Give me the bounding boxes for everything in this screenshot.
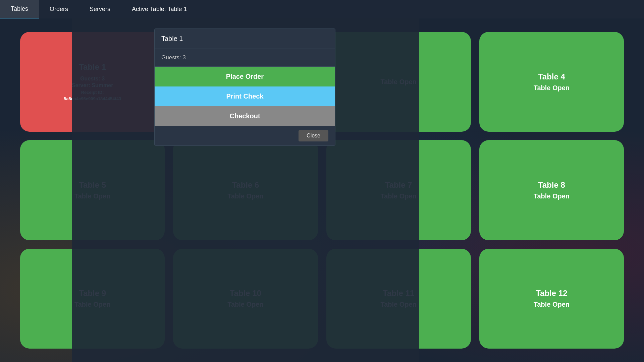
modal-title: Table 1	[155, 29, 335, 49]
table-12-name: Table 12	[536, 289, 567, 298]
place-order-button[interactable]: Place Order	[155, 67, 335, 86]
table-4-status: Table Open	[534, 84, 570, 92]
table-8-status: Table Open	[534, 192, 570, 200]
nav-tab-tables[interactable]: Tables	[0, 0, 39, 18]
table-card-12[interactable]: Table 12 Table Open	[479, 249, 624, 349]
print-check-button[interactable]: Print Check	[155, 86, 335, 106]
table-12-status: Table Open	[534, 301, 570, 308]
table-card-8[interactable]: Table 8 Table Open	[479, 140, 624, 240]
nav-tab-orders[interactable]: Orders	[39, 0, 79, 18]
table-card-4[interactable]: Table 4 Table Open	[479, 32, 624, 132]
modal-guests: Guests: 3	[155, 49, 335, 67]
table-8-name: Table 8	[538, 180, 565, 190]
navbar: Tables Orders Servers Active Table: Tabl…	[0, 0, 644, 18]
table-modal: Table 1 Guests: 3 Place Order Print Chec…	[154, 28, 335, 146]
modal-close-row: Close	[155, 126, 335, 145]
nav-tab-active-table[interactable]: Active Table: Table 1	[121, 0, 198, 18]
table-4-name: Table 4	[538, 72, 565, 81]
close-button[interactable]: Close	[299, 130, 328, 141]
nav-tab-servers[interactable]: Servers	[79, 0, 121, 18]
checkout-button[interactable]: Checkout	[155, 106, 335, 126]
